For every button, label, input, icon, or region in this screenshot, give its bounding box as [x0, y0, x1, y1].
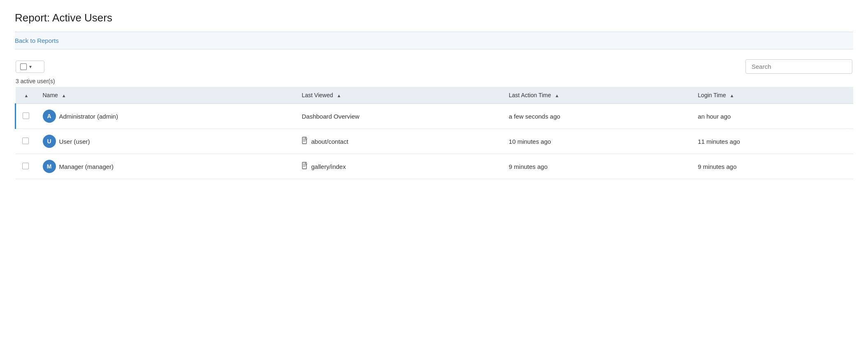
document-icon [302, 162, 309, 171]
chevron-down-icon: ▾ [29, 64, 32, 70]
page-title: Report: Active Users [15, 12, 853, 24]
th-select: ▲ [16, 87, 36, 104]
row-last-action-time-cell: a few seconds ago [502, 104, 692, 129]
row-last-viewed-cell: about/contact [295, 129, 502, 154]
sort-arrow-name: ▲ [62, 93, 66, 98]
row-name-cell: UUser (user) [36, 129, 295, 154]
page-container: Report: Active Users Back to Reports ▾ 3… [0, 0, 868, 179]
row-last-viewed-cell: Dashboard Overview [295, 104, 502, 129]
last-viewed-value: gallery/index [311, 163, 346, 170]
row-checkbox[interactable] [23, 112, 29, 119]
row-login-time-cell: 11 minutes ago [691, 129, 853, 154]
row-last-action-time-cell: 10 minutes ago [502, 129, 692, 154]
table-row: MManager (manager)gallery/index9 minutes… [16, 154, 854, 179]
avatar: U [43, 135, 56, 148]
table-row: AAdministrator (admin)Dashboard Overview… [16, 104, 854, 129]
sort-arrow-last-action: ▲ [555, 93, 559, 98]
row-login-time-cell: 9 minutes ago [691, 154, 853, 179]
th-login-time[interactable]: Login Time ▲ [691, 87, 853, 104]
row-select-cell [16, 104, 36, 129]
user-name: Administrator (admin) [59, 113, 118, 120]
row-checkbox[interactable] [22, 138, 29, 144]
active-count-label: 3 active user(s) [15, 78, 853, 84]
last-viewed-value: about/contact [311, 138, 348, 145]
document-icon [302, 137, 309, 146]
row-name-cell: AAdministrator (admin) [36, 104, 295, 129]
th-last-action-time[interactable]: Last Action Time ▲ [502, 87, 692, 104]
last-viewed-value: Dashboard Overview [302, 113, 360, 120]
th-name[interactable]: Name ▲ [36, 87, 295, 104]
row-last-action-time-cell: 9 minutes ago [502, 154, 692, 179]
select-rows-dropdown[interactable]: ▾ [16, 61, 44, 73]
back-to-reports-link[interactable]: Back to Reports [15, 37, 59, 44]
sort-arrow-login-time: ▲ [730, 93, 734, 98]
row-last-viewed-cell: gallery/index [295, 154, 502, 179]
toolbar: ▾ [15, 59, 853, 74]
avatar: A [43, 110, 56, 123]
sort-up-icon: ▲ [24, 93, 29, 98]
table-header-row: ▲ Name ▲ Last Viewed ▲ Last Action Time … [16, 87, 854, 104]
active-users-table: ▲ Name ▲ Last Viewed ▲ Last Action Time … [15, 87, 853, 179]
checkbox-icon [20, 63, 27, 70]
row-select-cell [16, 129, 36, 154]
row-select-cell [16, 154, 36, 179]
back-link-bar: Back to Reports [15, 32, 853, 49]
user-name: Manager (manager) [59, 163, 114, 170]
table-row: UUser (user)about/contact10 minutes ago1… [16, 129, 854, 154]
row-name-cell: MManager (manager) [36, 154, 295, 179]
avatar: M [43, 160, 56, 173]
search-input[interactable] [745, 59, 852, 74]
th-last-viewed[interactable]: Last Viewed ▲ [295, 87, 502, 104]
sort-arrow-last-viewed: ▲ [337, 93, 341, 98]
row-checkbox[interactable] [22, 163, 29, 169]
row-login-time-cell: an hour ago [691, 104, 853, 129]
user-name: User (user) [59, 138, 90, 145]
